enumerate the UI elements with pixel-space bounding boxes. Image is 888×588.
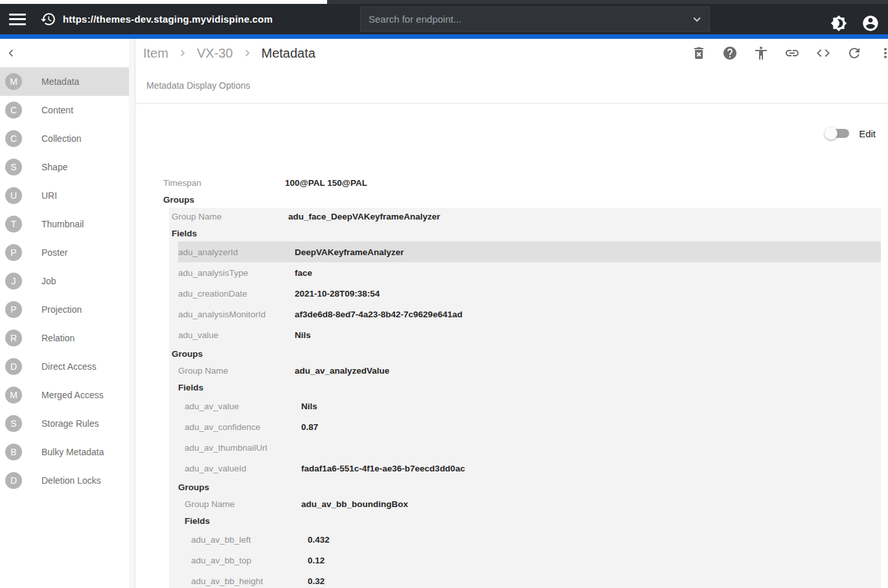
sidebar-item-label: URI — [41, 190, 57, 201]
metadata-field-row[interactable]: adu_creationDate2021-10-28T09:38:54 — [178, 283, 881, 304]
sidebar-item-label: Direct Access — [41, 361, 97, 372]
metadata-field-row[interactable]: adu_analysisTypeface — [178, 262, 881, 283]
metadata-field-row[interactable]: adu_analysisMonitorIdaf3de6d8-8ed7-4a23-… — [178, 304, 881, 324]
sidebar-item-job[interactable]: JJob — [0, 267, 130, 295]
breadcrumb-metadata: Metadata — [262, 46, 315, 61]
metadata-field-row[interactable]: adu_valueNils — [178, 324, 881, 345]
sidebar-item-relation[interactable]: RRelation — [0, 324, 130, 352]
field-label: adu_creationDate — [178, 289, 295, 299]
field-value: Nils — [301, 401, 317, 411]
item-initial-avatar: P — [5, 301, 22, 318]
sidebar-item-projection[interactable]: PProjection — [0, 295, 130, 324]
sidebar-item-thumbnail[interactable]: TThumbnail — [0, 210, 130, 238]
field-value: adu_face_DeepVAKeyframeAnalyzer — [288, 212, 440, 221]
metadata-field-row[interactable]: adu_av_thumbnailUrl — [185, 437, 881, 458]
sidebar-scrollbar[interactable] — [129, 39, 135, 588]
field-label: Group Name — [185, 499, 301, 509]
metadata-display-options-bar[interactable]: Metadata Display Options — [135, 67, 888, 104]
item-initial-avatar: T — [5, 216, 22, 232]
breadcrumb-item[interactable]: Item — [143, 46, 168, 61]
brightness-icon[interactable] — [830, 15, 847, 32]
field-label: Timespan — [163, 178, 285, 188]
metadata-field-row[interactable]: adu_av_confidence0.87 — [185, 416, 881, 437]
group-name-row[interactable]: Group Nameadu_av_bb_boundingBox — [185, 495, 881, 512]
menu-icon[interactable] — [9, 14, 26, 25]
field-value: fadaf1a6-551c-4f1e-ae36-b7eecd3dd0ac — [301, 464, 465, 473]
endpoint-url: https://themes-dev.staging.myvidispine.c… — [63, 14, 273, 25]
item-initial-avatar: R — [5, 330, 22, 346]
field-label: adu_av_value — [185, 401, 301, 411]
sidebar-item-label: Bulky Metadata — [41, 447, 104, 457]
field-value: 2021-10-28T09:38:54 — [295, 289, 380, 299]
accent-bar — [0, 34, 888, 39]
sidebar-item-deletion-locks[interactable]: DDeletion Locks — [0, 466, 130, 495]
sidebar-item-label: Deletion Locks — [41, 475, 101, 486]
fields-header: Fields — [172, 225, 881, 242]
metadata-tree: Timespan100@PAL 150@PALGroupsGroup Namea… — [163, 174, 881, 588]
sidebar-item-shape[interactable]: SShape — [0, 153, 130, 181]
account-icon[interactable] — [861, 14, 880, 32]
sidebar-item-label: Poster — [41, 247, 67, 258]
field-label: adu_av_valueId — [185, 464, 301, 473]
sidebar-item-poster[interactable]: PPoster — [0, 238, 130, 267]
field-value: 0.32 — [308, 576, 324, 586]
tree-header-label: Groups — [172, 349, 203, 359]
field-value: 0.87 — [301, 422, 318, 432]
group-name-row[interactable]: Group Nameadu_av_analyzedValue — [178, 362, 881, 379]
edit-toggle[interactable] — [825, 127, 849, 140]
sidebar-item-label: Job — [41, 276, 56, 286]
metadata-group-panel: Group Nameadu_av_bb_boundingBoxFieldsadu… — [182, 495, 881, 588]
sidebar-item-storage-rules[interactable]: SStorage Rules — [0, 409, 130, 438]
history-icon[interactable] — [40, 11, 56, 27]
fields-header: Fields — [185, 512, 881, 529]
top-app-bar: https://themes-dev.staging.myvidispine.c… — [0, 0, 888, 34]
sidebar-item-bulky-metadata[interactable]: BBulky Metadata — [0, 438, 130, 466]
item-initial-avatar: D — [5, 472, 22, 489]
sidebar-item-label: Storage Rules — [41, 418, 99, 429]
item-initial-avatar: J — [5, 273, 22, 289]
breadcrumb-vx-30[interactable]: VX-30 — [197, 46, 233, 61]
sidebar-item-label: Shape — [41, 162, 67, 172]
metadata-field-row[interactable]: adu_av_valueIdfadaf1a6-551c-4f1e-ae36-b7… — [185, 458, 881, 479]
link-icon[interactable] — [784, 45, 800, 61]
field-value: 0.12 — [308, 556, 324, 565]
field-value: adu_av_bb_boundingBox — [301, 499, 408, 509]
metadata-field-row[interactable]: adu_analyzerIdDeepVAKeyframeAnalyzer — [178, 242, 881, 262]
item-initial-avatar: C — [5, 130, 22, 147]
code-icon[interactable] — [815, 45, 831, 61]
metadata-field-row[interactable]: adu_av_bb_top0.12 — [191, 550, 881, 571]
chevron-left-icon[interactable] — [4, 46, 18, 60]
sidebar-item-merged-access[interactable]: MMerged Access — [0, 381, 130, 409]
field-value: Nils — [295, 330, 311, 340]
sidebar-item-uri[interactable]: UURI — [0, 181, 130, 210]
sidebar-item-metadata[interactable]: MMetadata — [0, 67, 130, 96]
field-label: Group Name — [172, 212, 288, 221]
more-vert-icon[interactable] — [878, 45, 888, 61]
search-input[interactable] — [361, 14, 690, 25]
chevron-down-icon[interactable] — [690, 12, 704, 27]
metadata-field-row[interactable]: adu_av_bb_height0.32 — [191, 571, 881, 588]
item-initial-avatar: P — [5, 244, 22, 261]
sidebar-item-direct-access[interactable]: DDirect Access — [0, 352, 130, 381]
field-label: adu_analysisType — [178, 268, 295, 278]
group-name-row[interactable]: Group Nameadu_face_DeepVAKeyframeAnalyze… — [172, 208, 881, 225]
fields-header: Fields — [178, 379, 881, 396]
metadata-field-row[interactable]: adu_av_bb_left0.432 — [191, 529, 881, 550]
accessibility-icon[interactable] — [753, 45, 769, 61]
field-value: face — [295, 268, 312, 278]
field-label: adu_value — [178, 330, 295, 340]
tree-header-label: Groups — [163, 195, 194, 205]
item-initial-avatar: B — [5, 444, 22, 460]
sidebar-item-label: Merged Access — [41, 390, 104, 400]
groups-header: Groups — [172, 345, 881, 362]
help-icon[interactable] — [722, 45, 738, 61]
refresh-icon[interactable] — [847, 45, 862, 61]
delete-icon[interactable] — [691, 45, 707, 61]
metadata-field-row[interactable]: adu_av_valueNils — [185, 396, 881, 416]
timespan-row[interactable]: Timespan100@PAL 150@PAL — [163, 174, 881, 191]
sidebar-item-content[interactable]: CContent — [0, 96, 130, 124]
tree-header-label: Fields — [185, 516, 210, 526]
chevron-right-icon — [241, 47, 254, 60]
item-initial-avatar: C — [5, 102, 22, 119]
sidebar-item-collection[interactable]: CCollection — [0, 124, 130, 153]
